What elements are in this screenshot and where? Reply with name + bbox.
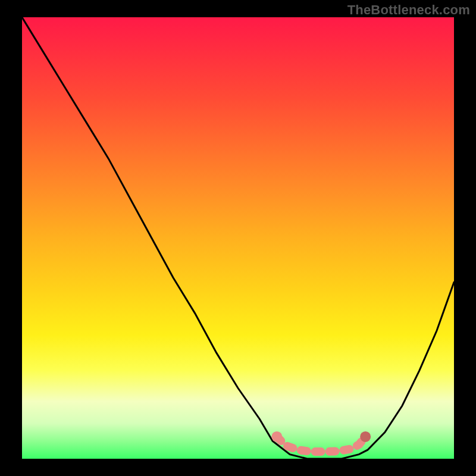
chart-svg <box>22 17 454 459</box>
band-left-dot <box>271 431 282 442</box>
optimal-band <box>277 437 365 452</box>
chart-stage: TheBottleneck.com <box>0 0 476 476</box>
band-right-dot <box>360 431 371 442</box>
optimal-band-group <box>271 431 371 452</box>
plot-area <box>22 17 454 459</box>
attribution-label: TheBottleneck.com <box>347 2 470 18</box>
main-curve-group <box>22 17 454 459</box>
bottleneck-curve <box>22 17 454 459</box>
